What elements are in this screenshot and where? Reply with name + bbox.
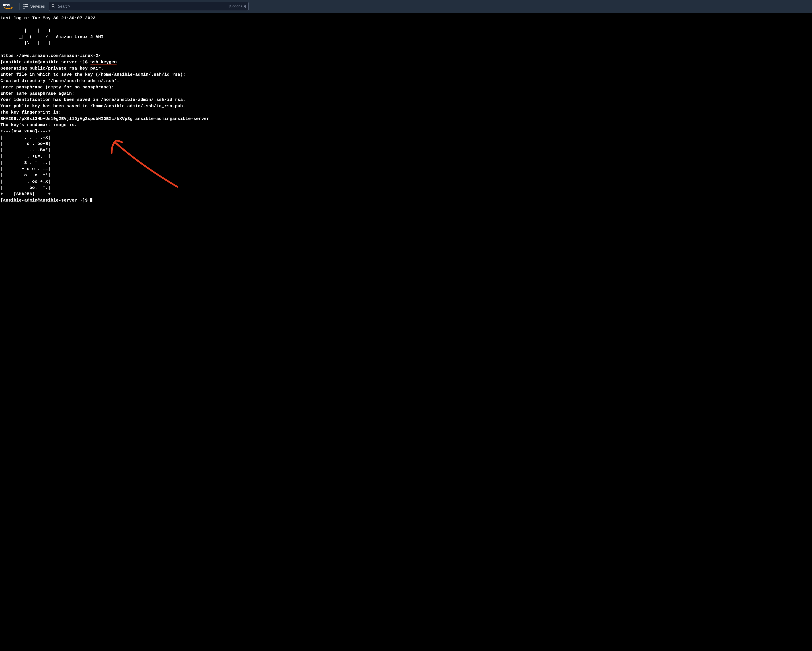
svg-text:aws: aws xyxy=(3,3,10,7)
terminal-prompt: [ansible-admin@ansible-server ~]$ xyxy=(0,60,90,64)
randomart-line: +---[RSA 2048]----+ xyxy=(0,129,51,134)
search-shortcut-hint: [Option+S] xyxy=(229,4,246,8)
terminal-line: Your identification has been saved in /h… xyxy=(0,97,185,102)
terminal-cursor xyxy=(90,198,92,202)
randomart-line: | + o o . .=| xyxy=(0,167,51,171)
svg-point-1 xyxy=(52,5,54,7)
grid-icon xyxy=(23,4,28,9)
randomart-line: | o .o. **| xyxy=(0,173,51,178)
terminal-line: ___|\___|___| xyxy=(0,41,51,46)
terminal-line: Enter same passphrase again: xyxy=(0,91,75,96)
terminal-line: Generating public/private rsa key pair. xyxy=(0,66,104,71)
terminal-line: _| ( / Amazon Linux 2 AMI xyxy=(0,35,104,39)
randomart-line: | . +E=.+ | xyxy=(0,154,51,159)
svg-line-2 xyxy=(54,6,55,8)
aws-nav-bar: aws Services [Option+S] xyxy=(0,0,812,13)
terminal[interactable]: Last login: Tue May 30 21:30:07 2023 __|… xyxy=(0,13,812,204)
terminal-line: Enter passphrase (empty for no passphras… xyxy=(0,85,114,90)
search-input[interactable] xyxy=(57,4,229,9)
aws-logo[interactable]: aws xyxy=(3,3,20,10)
terminal-container: Last login: Tue May 30 21:30:07 2023 __|… xyxy=(0,13,812,204)
terminal-line: Created directory '/home/ansible-admin/.… xyxy=(0,78,119,83)
terminal-command: ssh-keygen xyxy=(90,60,117,64)
terminal-line: SHA256:/pX6xl3Hb+Us19g2EVjl1DjVgZspubHIO… xyxy=(0,116,209,121)
randomart-line: | . . . .+X| xyxy=(0,135,51,140)
aws-logo-icon: aws xyxy=(3,3,16,10)
search-box[interactable]: [Option+S] xyxy=(49,2,249,11)
terminal-line: https://aws.amazon.com/amazon-linux-2/ xyxy=(0,53,101,58)
randomart-line: +----[SHA256]-----+ xyxy=(0,192,51,197)
terminal-line: The key fingerprint is: xyxy=(0,110,61,115)
randomart-line: | . oo +.X| xyxy=(0,179,51,184)
terminal-line: Your public key has been saved in /home/… xyxy=(0,104,185,108)
randomart-line: | ....Bo*| xyxy=(0,148,51,153)
terminal-prompt: [ansible-admin@ansible-server ~]$ xyxy=(0,198,90,203)
randomart-line: | o . oo+B| xyxy=(0,141,51,146)
services-label: Services xyxy=(30,4,45,9)
terminal-line: The key's randomart image is: xyxy=(0,122,77,127)
randomart-line: | oo. =.| xyxy=(0,185,51,190)
search-icon xyxy=(51,4,55,9)
terminal-line: __| __|_ ) xyxy=(0,28,51,33)
terminal-line: Enter file in which to save the key (/ho… xyxy=(0,72,185,77)
services-menu-button[interactable]: Services xyxy=(23,4,45,9)
terminal-line: Last login: Tue May 30 21:30:07 2023 xyxy=(0,16,96,20)
randomart-line: | S . = ..| xyxy=(0,160,51,165)
